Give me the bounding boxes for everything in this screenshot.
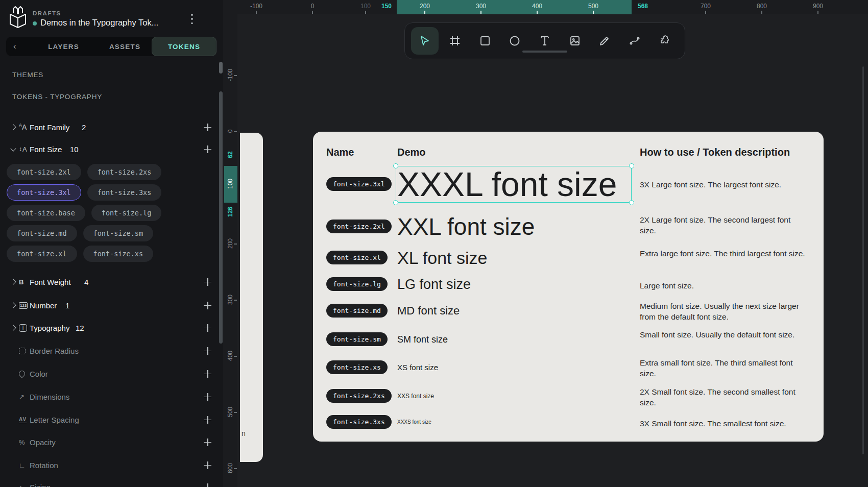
penpot-app: n Name Demo How to use / Token descripti…	[0, 0, 868, 487]
rectangle-tool[interactable]	[471, 27, 499, 55]
token-group-rotation[interactable]: Rotation	[0, 458, 223, 472]
token-item[interactable]: font-size.2xl	[7, 164, 81, 180]
divider	[0, 85, 223, 85]
collapse-sidebar-icon[interactable]: ‹	[13, 37, 16, 56]
selection-box[interactable]	[396, 166, 632, 203]
token-item-selected[interactable]: font-size.3xl	[7, 184, 81, 201]
token-group-opacity[interactable]: Opacity	[0, 435, 223, 449]
chevron-right-icon[interactable]	[10, 124, 16, 130]
file-name[interactable]: Demos in the Typography Tok...	[40, 18, 186, 28]
token-description: 3X Large font size. The largest font siz…	[640, 179, 806, 190]
pencil-tool[interactable]	[591, 27, 618, 55]
tab-layers[interactable]: LAYERS	[37, 37, 90, 56]
token-item[interactable]: font-size.lg	[91, 205, 162, 221]
add-token-button[interactable]	[204, 302, 211, 309]
chevron-right-icon[interactable]	[10, 325, 16, 330]
token-description: 2X Large font size. The second largest f…	[640, 214, 806, 236]
path-tool[interactable]	[621, 27, 648, 55]
tab-tokens[interactable]: TOKENS	[152, 37, 216, 56]
token-pill[interactable]: font-size.3xl	[326, 177, 392, 191]
token-item[interactable]: font-size.2xs	[87, 164, 162, 180]
token-group-color[interactable]: Color	[0, 367, 223, 380]
token-pill[interactable]: font-size.3xs	[326, 415, 392, 429]
chevron-right-icon[interactable]	[10, 302, 16, 308]
token-item[interactable]: font-size.sm	[83, 225, 154, 241]
add-token-button[interactable]	[204, 347, 211, 355]
token-group-font-size[interactable]: Font Size 10	[0, 142, 223, 156]
themes-section-label[interactable]: THEMES	[12, 71, 43, 79]
sidebar-scrollbar-thumb-top[interactable]	[219, 62, 223, 74]
plugins-tool[interactable]	[651, 27, 679, 55]
token-item[interactable]: font-size.xs	[83, 246, 154, 262]
sidebar-scrollbar-thumb[interactable]	[219, 91, 223, 344]
token-description: Large font size.	[640, 280, 806, 291]
token-description: Small font size. Usually the default fon…	[640, 329, 806, 340]
add-token-button[interactable]	[204, 124, 211, 131]
add-token-button[interactable]	[204, 145, 211, 153]
selection-handle-bottom-left[interactable]	[393, 200, 398, 205]
tab-assets[interactable]: ASSETS	[98, 37, 152, 56]
token-group-border-radius[interactable]: Border Radius	[0, 344, 223, 357]
number-icon	[19, 301, 29, 310]
add-token-button[interactable]	[204, 370, 211, 378]
token-group-font-weight[interactable]: Font Weight 4	[0, 275, 223, 288]
token-group-number[interactable]: Number 1	[0, 299, 223, 312]
penpot-logo	[8, 6, 28, 29]
dimensions-icon	[19, 392, 29, 401]
token-item[interactable]: font-size.md	[7, 225, 77, 241]
token-pill[interactable]: font-size.md	[326, 304, 388, 318]
demo-text[interactable]: XXS font size	[397, 393, 434, 400]
token-pill[interactable]: font-size.xs	[326, 360, 388, 374]
canvas-vertical-scrollbar[interactable]	[862, 66, 864, 454]
selection-handle-top-left[interactable]	[393, 163, 398, 168]
demo-text[interactable]: XL font size	[397, 248, 487, 267]
demo-text[interactable]: XXL font size	[397, 214, 535, 239]
demo-text[interactable]: XS font size	[397, 363, 438, 372]
font-size-token-list: font-size.2xl font-size.2xs font-size.3x…	[7, 164, 167, 262]
token-group-typography[interactable]: Typography 12	[0, 321, 223, 334]
token-group-font-family[interactable]: Font Family 2	[0, 120, 223, 134]
frame-tool[interactable]	[441, 27, 469, 55]
ruler-tick-selection-start: 150	[381, 3, 392, 10]
token-item[interactable]: font-size.base	[7, 205, 85, 221]
demo-text[interactable]: SM font size	[397, 334, 448, 345]
add-token-button[interactable]	[204, 324, 211, 332]
ruler-tick: 0	[227, 124, 234, 138]
token-pill[interactable]: font-size.2xl	[326, 220, 392, 233]
token-item[interactable]: font-size.xl	[7, 246, 77, 262]
token-pill[interactable]: font-size.lg	[326, 277, 388, 291]
ruler-tick: -100	[250, 3, 262, 10]
add-token-button[interactable]	[204, 461, 211, 469]
chevron-right-icon[interactable]	[10, 279, 16, 284]
ruler-tick-selection-end: 126	[227, 205, 234, 219]
path-curve-icon	[629, 35, 641, 47]
token-pill[interactable]: font-size.2xs	[326, 389, 392, 403]
token-pill[interactable]: font-size.xl	[326, 251, 388, 264]
kebab-menu-icon[interactable]	[188, 12, 196, 26]
token-group-dimensions[interactable]: Dimensions	[0, 390, 223, 403]
ruler-tick: 600	[227, 461, 234, 475]
left-sidebar: DRAFTS Demos in the Typography Tok... ‹ …	[0, 0, 223, 487]
add-token-button[interactable]	[204, 416, 211, 424]
demo-text[interactable]: XXXS font size	[397, 419, 431, 425]
pencil-icon	[598, 35, 611, 47]
token-pill[interactable]: font-size.sm	[326, 332, 388, 346]
chevron-down-icon[interactable]	[10, 145, 16, 151]
letter-spacing-icon	[19, 415, 29, 424]
frame-icon	[449, 35, 461, 47]
toolbar-drag-handle[interactable]	[522, 51, 567, 53]
selection-handle-top-right[interactable]	[629, 163, 634, 168]
token-item[interactable]: font-size.3xs	[87, 184, 162, 201]
demo-text[interactable]: MD font size	[397, 304, 460, 318]
selection-handle-bottom-right[interactable]	[629, 200, 634, 205]
select-tool[interactable]	[411, 27, 439, 55]
add-token-button[interactable]	[204, 278, 211, 286]
demo-text[interactable]: LG font size	[397, 277, 471, 292]
add-token-button[interactable]	[204, 393, 211, 401]
token-group-letter-spacing[interactable]: Letter Spacing	[0, 413, 223, 426]
partial-board[interactable]: n	[240, 133, 263, 462]
token-group-sizing[interactable]: Sizing	[0, 480, 223, 487]
ruler-tick: 200	[227, 236, 234, 251]
add-token-button[interactable]	[204, 439, 211, 446]
add-token-button[interactable]	[204, 483, 211, 487]
